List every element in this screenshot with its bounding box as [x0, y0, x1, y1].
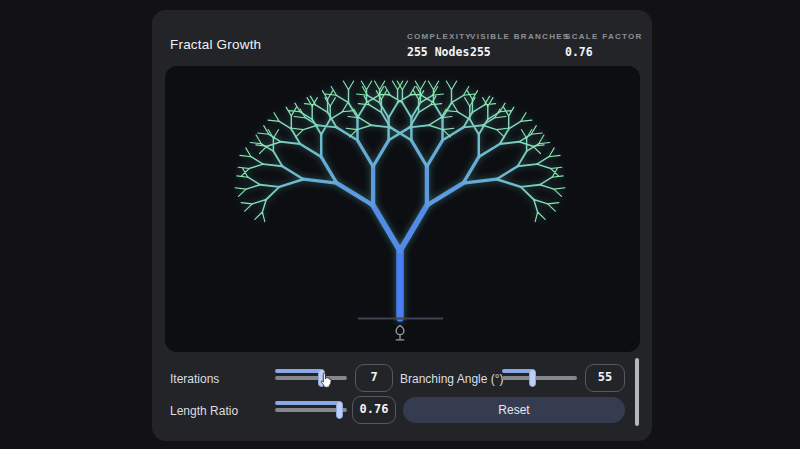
stat-complexity: COMPLEXITY 255 Nodes: [407, 32, 472, 59]
reset-button[interactable]: Reset: [403, 397, 625, 423]
iterations-label: Iterations: [170, 372, 219, 386]
stat-scale-factor: SCALE FACTOR 0.76: [565, 32, 643, 59]
branching-angle-slider-track[interactable]: [502, 376, 577, 380]
fractal-growth-panel: Fractal Growth COMPLEXITY 255 Nodes VISI…: [152, 10, 652, 441]
fractal-canvas: [165, 66, 640, 352]
stat-visible-branches-value: 255: [470, 45, 569, 59]
length-ratio-slider-thumb[interactable]: [336, 401, 343, 419]
branching-angle-value-field[interactable]: 55: [585, 364, 625, 392]
length-ratio-slider-fill: [275, 401, 340, 405]
length-ratio-slider[interactable]: [275, 401, 347, 419]
iterations-slider-thumb[interactable]: [318, 369, 325, 387]
stat-scale-factor-label: SCALE FACTOR: [565, 32, 643, 41]
stat-complexity-value: 255 Nodes: [407, 45, 472, 59]
iterations-slider[interactable]: [275, 369, 347, 387]
branching-angle-slider-fill: [502, 369, 533, 373]
branching-angle-slider[interactable]: [502, 369, 577, 387]
branching-angle-label: Branching Angle (°): [400, 372, 504, 386]
length-ratio-label: Length Ratio: [170, 404, 238, 418]
stat-complexity-label: COMPLEXITY: [407, 32, 472, 41]
branching-angle-slider-thumb[interactable]: [529, 369, 536, 387]
page-title: Fractal Growth: [170, 37, 261, 52]
iterations-value-field[interactable]: 7: [355, 364, 393, 392]
iterations-slider-track[interactable]: [275, 376, 347, 380]
stat-visible-branches: VISIBLE BRANCHES 255: [470, 32, 569, 59]
stat-visible-branches-label: VISIBLE BRANCHES: [470, 32, 569, 41]
length-ratio-value-field[interactable]: 0.76: [352, 396, 396, 424]
stat-scale-factor-value: 0.76: [565, 45, 643, 59]
tree-icon: [396, 326, 404, 340]
vertical-scrollbar[interactable]: [635, 358, 639, 426]
iterations-slider-fill: [275, 369, 322, 373]
fractal-tree: [235, 81, 565, 318]
